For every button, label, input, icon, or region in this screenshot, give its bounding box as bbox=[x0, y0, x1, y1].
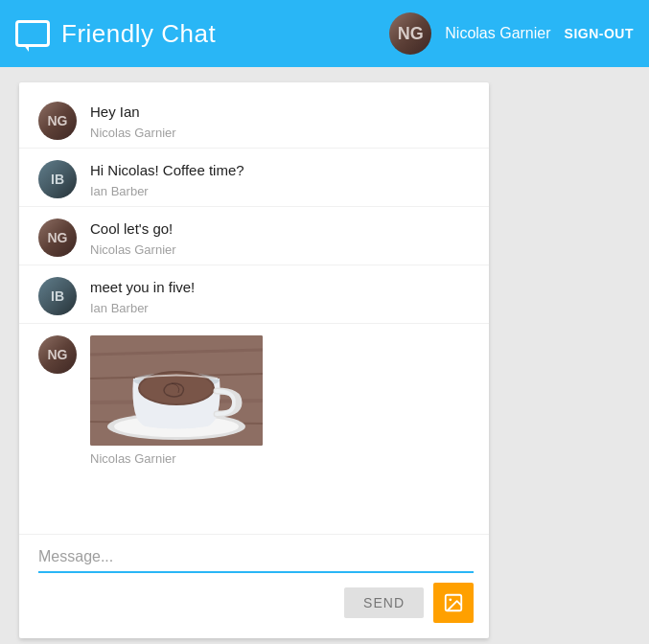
message-sender: Ian Barber bbox=[90, 301, 470, 315]
message-input-wrapper bbox=[38, 546, 474, 573]
message-sender: Nicolas Garnier bbox=[90, 126, 470, 140]
app-title: Friendly Chat bbox=[61, 19, 216, 49]
input-actions: SEND bbox=[38, 583, 474, 623]
avatar-ib: IB bbox=[38, 160, 77, 198]
message-sender: Ian Barber bbox=[90, 184, 470, 198]
message-image bbox=[90, 335, 263, 446]
message-sender: Nicolas Garnier bbox=[90, 451, 470, 466]
user-avatar: NG bbox=[389, 12, 431, 55]
messages-list: NG Hey Ian Nicolas Garnier IB Hi Nicolas… bbox=[19, 82, 489, 534]
image-icon bbox=[443, 592, 464, 613]
main-content: NG Hey Ian Nicolas Garnier IB Hi Nicolas… bbox=[0, 67, 649, 644]
avatar-initials: NG bbox=[389, 12, 431, 55]
chat-logo-icon bbox=[15, 20, 50, 47]
avatar-ng: NG bbox=[38, 102, 77, 140]
message-avatar: IB bbox=[38, 277, 77, 315]
message-content: Hi Nicolas! Coffee time? Ian Barber bbox=[90, 160, 470, 198]
message-text: Hi Nicolas! Coffee time? bbox=[90, 160, 470, 180]
avatar-ng: NG bbox=[38, 335, 77, 374]
header-username: Nicolas Garnier bbox=[445, 25, 550, 42]
avatar-ib: IB bbox=[38, 277, 77, 315]
send-button[interactable]: SEND bbox=[344, 587, 424, 618]
header-right: NG Nicolas Garnier SIGN-OUT bbox=[389, 12, 634, 55]
header-left: Friendly Chat bbox=[15, 19, 216, 49]
message-content: Hey Ian Nicolas Garnier bbox=[90, 102, 470, 140]
image-upload-button[interactable] bbox=[433, 583, 474, 623]
message-content: meet you in five! Ian Barber bbox=[90, 277, 470, 315]
chat-card: NG Hey Ian Nicolas Garnier IB Hi Nicolas… bbox=[19, 82, 489, 638]
message-text: Hey Ian bbox=[90, 102, 470, 122]
message-item: NG Cool let's go! Nicolas Garnier bbox=[19, 207, 489, 265]
message-avatar: NG bbox=[38, 102, 77, 140]
message-item: IB meet you in five! Ian Barber bbox=[19, 265, 489, 324]
message-sender: Nicolas Garnier bbox=[90, 242, 470, 257]
message-avatar: NG bbox=[38, 218, 77, 257]
message-content: Nicolas Garnier bbox=[90, 335, 470, 466]
message-text: meet you in five! bbox=[90, 277, 470, 297]
message-text: Cool let's go! bbox=[90, 218, 470, 239]
avatar-ng: NG bbox=[38, 218, 77, 257]
svg-point-11 bbox=[449, 598, 452, 601]
input-area: SEND bbox=[19, 534, 489, 638]
message-item: IB Hi Nicolas! Coffee time? Ian Barber bbox=[19, 149, 489, 207]
message-avatar: IB bbox=[38, 160, 77, 198]
message-item: NG Hey Ian Nicolas Garnier bbox=[19, 90, 489, 149]
app-header: Friendly Chat NG Nicolas Garnier SIGN-OU… bbox=[0, 0, 649, 67]
message-avatar: NG bbox=[38, 335, 77, 374]
input-underline bbox=[38, 571, 474, 573]
message-input[interactable] bbox=[38, 546, 474, 567]
message-content: Cool let's go! Nicolas Garnier bbox=[90, 218, 470, 257]
signout-button[interactable]: SIGN-OUT bbox=[565, 26, 634, 41]
message-item: NG bbox=[19, 324, 489, 473]
